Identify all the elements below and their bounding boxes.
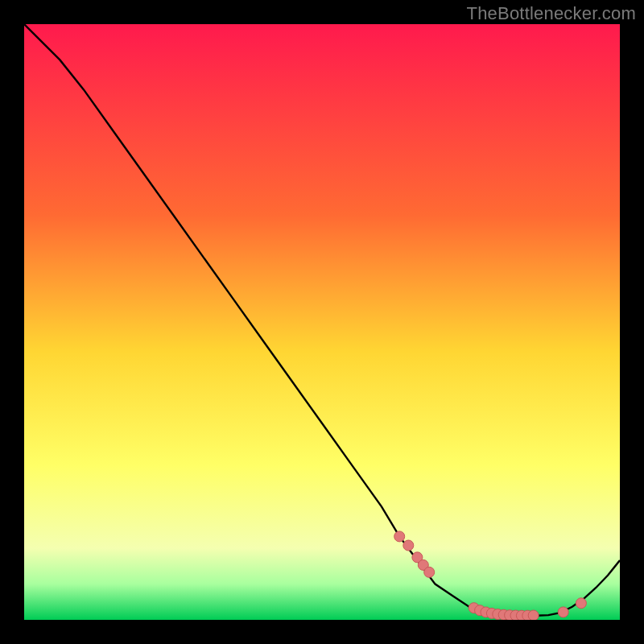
watermark-text: TheBottlenecker.com: [467, 3, 636, 24]
curve-marker: [576, 598, 586, 609]
chart-frame: TheBottlenecker.com: [0, 0, 644, 644]
chart-svg: [24, 24, 620, 620]
curve-marker: [394, 531, 405, 542]
gradient-background: [24, 24, 620, 620]
curve-marker: [558, 607, 568, 617]
curve-marker: [528, 610, 539, 620]
curve-marker: [403, 540, 414, 551]
curve-marker: [424, 567, 435, 577]
plot-area: [24, 24, 620, 620]
